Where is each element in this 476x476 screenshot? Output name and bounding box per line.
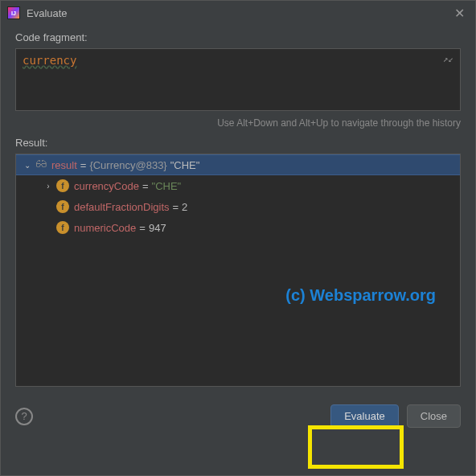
code-fragment-label: Code fragment: <box>15 31 461 43</box>
field-row[interactable]: › f currencyCode = "CHE" <box>16 175 460 196</box>
field-row[interactable]: f numericCode = 947 <box>16 217 460 238</box>
close-button[interactable]: Close <box>407 404 461 428</box>
chevron-right-icon[interactable]: › <box>42 182 55 191</box>
code-text: currency <box>23 54 76 67</box>
field-value: 2 <box>182 201 187 213</box>
chevron-down-icon[interactable]: ⌄ <box>21 161 34 170</box>
field-name: defaultFractionDigits <box>74 201 170 213</box>
field-value: 947 <box>149 222 166 234</box>
evaluate-button[interactable]: Evaluate <box>330 404 399 428</box>
result-root-row[interactable]: ⌄ 👓︎ result = {Currency@833} "CHE" <box>16 154 460 175</box>
field-value: "CHE" <box>152 180 182 192</box>
history-hint: Use Alt+Down and Alt+Up to navigate thro… <box>15 117 461 129</box>
intellij-icon <box>7 6 20 19</box>
code-fragment-input[interactable]: currency ↗↙ <box>15 48 461 111</box>
field-icon: f <box>56 179 69 192</box>
button-row: ? Evaluate Close <box>1 393 475 436</box>
root-var-name: result <box>51 159 77 171</box>
result-panel: ⌄ 👓︎ result = {Currency@833} "CHE" › f c… <box>15 154 461 387</box>
field-name: numericCode <box>74 222 136 234</box>
help-button[interactable]: ? <box>15 408 33 425</box>
glasses-icon: 👓︎ <box>35 158 47 171</box>
field-icon: f <box>56 221 69 234</box>
field-row[interactable]: f defaultFractionDigits = 2 <box>16 196 460 217</box>
watermark: (c) Websparrow.org <box>285 286 436 305</box>
result-label: Result: <box>15 137 461 149</box>
title-bar: Evaluate ✕ <box>1 1 475 25</box>
close-icon[interactable]: ✕ <box>449 6 469 21</box>
field-icon: f <box>56 200 69 213</box>
root-value: "CHE" <box>170 159 200 171</box>
expand-icon[interactable]: ↗↙ <box>443 54 453 64</box>
field-name: currencyCode <box>74 180 139 192</box>
root-type: {Currency@833} <box>89 159 166 171</box>
window-title: Evaluate <box>27 7 449 19</box>
